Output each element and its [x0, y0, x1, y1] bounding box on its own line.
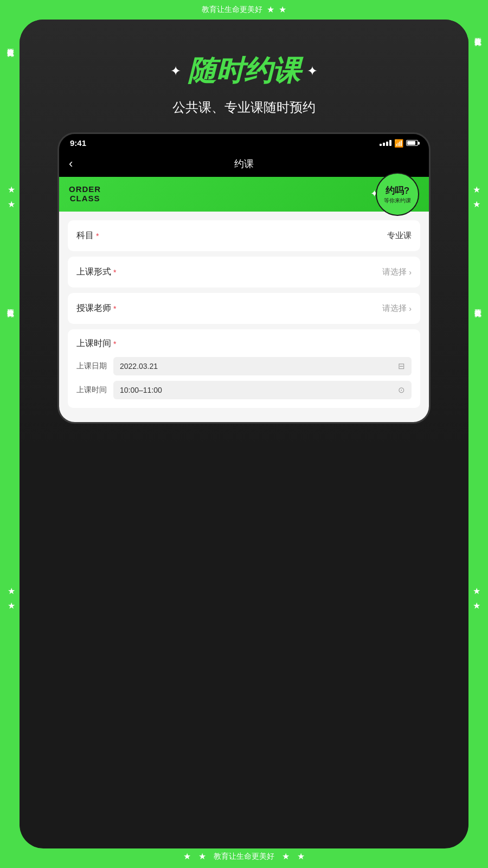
hero-section: BETTER ✦ 随时约课 ✦ 公共课、专业课随时预约 9:41 📶: [20, 20, 468, 445]
hero-title-text: 随时约课: [188, 52, 300, 90]
bottom-star-2: ★: [198, 851, 206, 861]
side-stars-left-top: ★ ★: [8, 184, 15, 209]
bottom-star-1: ★: [183, 851, 191, 861]
left-star-3: ★: [8, 586, 15, 596]
bottom-star-4: ★: [297, 851, 305, 861]
teacher-label: 授课老师 *: [76, 303, 116, 314]
phone-inner: 9:41 📶 ‹ 约课: [57, 132, 431, 424]
right-star-3: ★: [473, 586, 480, 596]
class-type-placeholder: 请选择 ›: [382, 267, 412, 277]
status-icons: 📶: [380, 139, 418, 148]
banner-left: ORDER CLASS: [69, 184, 101, 203]
top-star-1: ★: [267, 4, 274, 15]
form-area: 科目 * 专业课 上课形式 * 请选择 ›: [59, 212, 429, 422]
teacher-chevron: ›: [409, 304, 412, 313]
left-star-1: ★: [8, 184, 15, 195]
app-header: ‹ 约课: [59, 151, 429, 177]
hero-title: ✦ 随时约课 ✦: [41, 52, 447, 90]
class-type-field[interactable]: 上课形式 * 请选择 ›: [68, 257, 420, 288]
sparkle-right: ✦: [307, 63, 318, 79]
bottom-slogan-text: 教育让生命更美好: [214, 852, 274, 861]
bottom-star-3: ★: [282, 851, 290, 861]
class-type-chevron: ›: [409, 268, 412, 277]
status-bar: 9:41 📶: [59, 134, 429, 151]
teacher-placeholder: 请选择 ›: [382, 303, 412, 314]
back-button[interactable]: ‹: [69, 157, 73, 171]
left-star-4: ★: [8, 601, 15, 611]
time-section-title: 上课时间 *: [76, 338, 412, 349]
time-row[interactable]: 上课时间 10:00–11:00 ⊙: [76, 381, 412, 399]
page-title: 约课: [234, 157, 254, 170]
bottom-slogan-bar: ★ ★ 教育让生命更美好 ★ ★: [183, 851, 305, 861]
clock-icon: ⊙: [398, 385, 405, 395]
calendar-icon: ⊟: [398, 361, 405, 371]
time-label: 上课时间: [76, 385, 107, 395]
right-star-1: ★: [473, 184, 480, 195]
teacher-field[interactable]: 授课老师 * 请选择 ›: [68, 293, 420, 324]
top-slogan-bar: 教育让生命更美好 ★ ★: [202, 4, 286, 15]
status-time: 9:41: [70, 138, 86, 148]
subject-label: 科目 *: [76, 230, 99, 241]
subject-field[interactable]: 科目 * 专业课: [68, 220, 420, 251]
date-value: 2022.03.21: [120, 362, 158, 371]
subject-value: 专业课: [387, 231, 412, 241]
yue-badge-sub: 等你来约课: [384, 197, 411, 205]
wifi-icon: 📶: [394, 139, 403, 148]
right-star-2: ★: [473, 199, 480, 209]
signal-icon: [380, 140, 391, 146]
class-type-label: 上课形式 *: [76, 266, 116, 278]
side-stars-right-top: ★ ★: [473, 184, 480, 209]
banner-order-text: ORDER: [69, 184, 101, 194]
left-star-2: ★: [8, 199, 15, 209]
top-slogan-text: 教育让生命更美好: [202, 5, 262, 15]
date-label: 上课日期: [76, 361, 107, 371]
time-input[interactable]: 10:00–11:00 ⊙: [113, 381, 412, 399]
yue-badge: 约吗? 等你来约课: [376, 173, 419, 216]
time-section: 上课时间 * 上课日期 2022.03.21 ⊟ 上课时间 10:00–11:: [68, 329, 420, 408]
phone-outer: BETTER ✦ 随时约课 ✦ 公共课、专业课随时预约 9:41 📶: [20, 20, 468, 848]
date-row[interactable]: 上课日期 2022.03.21 ⊟: [76, 357, 412, 375]
right-star-4: ★: [473, 601, 480, 611]
teacher-required: *: [113, 304, 116, 313]
hero-subtitle: 公共课、专业课随时预约: [41, 99, 447, 116]
subject-required: *: [96, 232, 99, 240]
time-value: 10:00–11:00: [120, 386, 162, 394]
banner-area: ORDER CLASS ✦ ✦ ✦ ✦ 约吗? 等你来约课: [59, 177, 429, 212]
class-type-required: *: [113, 268, 116, 277]
yue-badge-main: 约吗?: [386, 184, 409, 197]
date-input[interactable]: 2022.03.21 ⊟: [113, 357, 412, 375]
time-required: *: [113, 340, 116, 348]
banner-class-text: CLASS: [69, 194, 101, 203]
battery-icon: [406, 140, 418, 146]
side-stars-left-mid: ★ ★: [8, 586, 15, 611]
side-stars-right-mid: ★ ★: [473, 586, 480, 611]
top-star-2: ★: [279, 4, 286, 15]
sparkle-left: ✦: [170, 63, 181, 79]
